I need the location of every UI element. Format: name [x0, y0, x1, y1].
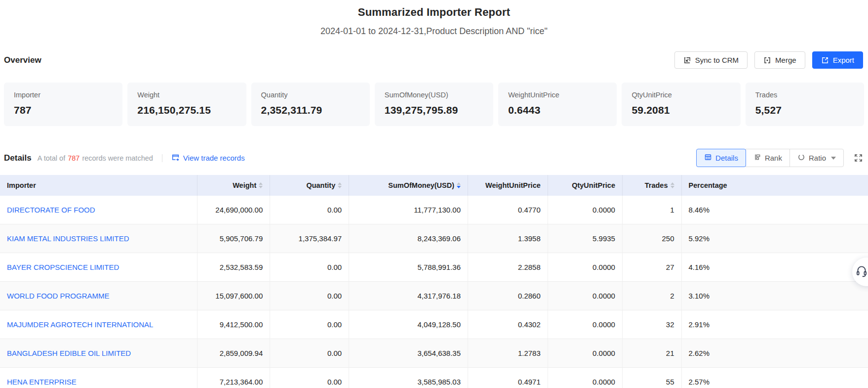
table-row: BAYER CROPSCIENCE LIMITED 2,532,583.59 0… [0, 253, 868, 282]
stat-card-trades: Trades 5,527 [746, 83, 864, 126]
stat-label: QtyUnitPrice [631, 91, 730, 99]
qty-unit-price-cell: 0.0000 [548, 310, 622, 339]
table-row: BANGLADESH EDIBLE OIL LIMITED 2,859,009.… [0, 339, 868, 368]
sum-of-money-cell: 4,049,128.50 [349, 310, 468, 339]
stat-label: Importer [14, 91, 113, 99]
weight-cell: 2,859,009.94 [197, 339, 270, 368]
table-row: KIAM METAL INDUSTRIES LIMITED 5,905,706.… [0, 224, 868, 253]
importer-link[interactable]: MAJUMDER AGROTECH INTERNATIONAL [7, 320, 153, 329]
sync-to-crm-label: Sync to CRM [695, 56, 739, 64]
col-label: Quantity [306, 181, 335, 189]
qty-unit-price-cell: 5.9935 [548, 224, 622, 253]
view-switcher: Details Rank Ratio [696, 149, 844, 167]
percentage-cell: 2.91% [681, 310, 868, 339]
sum-of-money-cell: 3,585,985.03 [349, 368, 468, 388]
col-header-qty-unit-price: QtyUnitPrice [548, 175, 622, 196]
table-row: DIRECTORATE OF FOOD 24,690,000.00 0.00 1… [0, 196, 868, 224]
stat-label: Weight [137, 91, 236, 99]
trades-cell: 55 [622, 368, 681, 388]
col-label: QtyUnitPrice [572, 181, 615, 189]
percentage-cell: 3.10% [681, 282, 868, 310]
stat-card-importer: Importer 787 [4, 83, 122, 126]
trades-cell: 250 [622, 224, 681, 253]
view-trade-records-link[interactable]: View trade records [171, 153, 245, 163]
details-bar: Details A total of 787 records were matc… [4, 149, 863, 167]
stat-card-sum-of-money: SumOfMoney(USD) 139,275,795.89 [375, 83, 493, 126]
details-right: Details Rank Ratio [696, 149, 863, 167]
col-header-quantity[interactable]: Quantity [270, 175, 349, 196]
tab-details[interactable]: Details [696, 149, 746, 167]
page-title: Summarized Importer Report [0, 0, 868, 19]
col-header-weight[interactable]: Weight [197, 175, 270, 196]
col-label: Percentage [689, 181, 727, 189]
quantity-cell: 0.00 [270, 310, 349, 339]
details-heading: Details [4, 153, 32, 163]
tab-rank-label: Rank [765, 154, 782, 162]
sort-icon-active-desc[interactable] [457, 182, 461, 188]
col-header-importer: Importer [0, 175, 197, 196]
weight-cell: 24,690,000.00 [197, 196, 270, 224]
action-buttons: Sync to CRM Merge Export [674, 51, 863, 69]
weight-unit-price-cell: 1.3958 [468, 224, 548, 253]
sort-icon[interactable] [259, 182, 263, 188]
divider [162, 154, 162, 162]
importer-link[interactable]: BANGLADESH EDIBLE OIL LIMITED [7, 349, 131, 357]
weight-cell: 5,905,706.79 [197, 224, 270, 253]
sum-of-money-cell: 4,317,976.18 [349, 282, 468, 310]
weight-cell: 2,532,583.59 [197, 253, 270, 282]
qty-unit-price-cell: 0.0000 [548, 196, 622, 224]
quantity-cell: 1,375,384.97 [270, 224, 349, 253]
stat-value: 2,352,311.79 [261, 104, 360, 116]
trades-cell: 27 [622, 253, 681, 282]
donut-ring-icon [797, 153, 805, 163]
col-label: Weight [233, 181, 256, 189]
weight-unit-price-cell: 0.2860 [468, 282, 548, 310]
sort-icon[interactable] [338, 182, 342, 188]
export-button[interactable]: Export [812, 51, 863, 69]
merge-label: Merge [775, 56, 796, 64]
stat-card-quantity: Quantity 2,352,311.79 [251, 83, 370, 126]
match-suffix: records were matched [82, 154, 153, 162]
stat-value: 5,527 [755, 104, 854, 116]
quantity-cell: 0.00 [270, 368, 349, 388]
weight-unit-price-cell: 0.4302 [468, 310, 548, 339]
tab-ratio[interactable]: Ratio [789, 149, 844, 167]
weight-unit-price-cell: 2.2858 [468, 253, 548, 282]
weight-cell: 7,213,364.00 [197, 368, 270, 388]
fullscreen-button[interactable] [854, 153, 863, 163]
table-row: MAJUMDER AGROTECH INTERNATIONAL 9,412,50… [0, 310, 868, 339]
percentage-cell: 5.92% [681, 224, 868, 253]
tab-rank[interactable]: Rank [746, 149, 790, 167]
importer-link[interactable]: WORLD FOOD PROGRAMME [7, 292, 110, 300]
percentage-cell: 2.57% [681, 368, 868, 388]
sync-to-crm-button[interactable]: Sync to CRM [674, 51, 748, 69]
col-label: Importer [7, 181, 36, 189]
trades-cell: 21 [622, 339, 681, 368]
sum-of-money-cell: 5,788,991.36 [349, 253, 468, 282]
rank-bars-icon [753, 153, 761, 163]
qty-unit-price-cell: 0.0000 [548, 282, 622, 310]
table-grid-icon [704, 153, 712, 163]
view-trade-records-label: View trade records [183, 154, 245, 162]
sort-icon[interactable] [671, 182, 674, 188]
stat-value: 139,275,795.89 [385, 104, 483, 116]
col-header-sum-of-money[interactable]: SumOfMoney(USD) [349, 175, 468, 196]
window-arrow-icon [171, 153, 180, 163]
importer-link[interactable]: DIRECTORATE OF FOOD [7, 206, 95, 214]
qty-unit-price-cell: 0.0000 [548, 368, 622, 388]
merge-button[interactable]: Merge [754, 51, 805, 69]
importer-link[interactable]: BAYER CROPSCIENCE LIMITED [7, 263, 119, 271]
stat-card-weight-unit-price: WeightUnitPrice 0.6443 [498, 83, 617, 126]
weight-unit-price-cell: 1.2783 [468, 339, 548, 368]
stat-value: 216,150,275.15 [137, 104, 236, 116]
importer-link[interactable]: KIAM METAL INDUSTRIES LIMITED [7, 234, 129, 243]
importer-table: Importer Weight Quantity SumOfMoney(USD)… [0, 175, 868, 388]
details-left: Details A total of 787 records were matc… [4, 153, 245, 163]
col-header-trades[interactable]: Trades [622, 175, 681, 196]
weight-cell: 9,412,500.00 [197, 310, 270, 339]
table-row: WORLD FOOD PROGRAMME 15,097,600.00 0.00 … [0, 282, 868, 310]
merge-icon [763, 56, 771, 64]
caret-down-icon [831, 157, 836, 160]
col-label: SumOfMoney(USD) [388, 181, 454, 189]
importer-link[interactable]: HENA ENTERPRISE [7, 378, 77, 386]
